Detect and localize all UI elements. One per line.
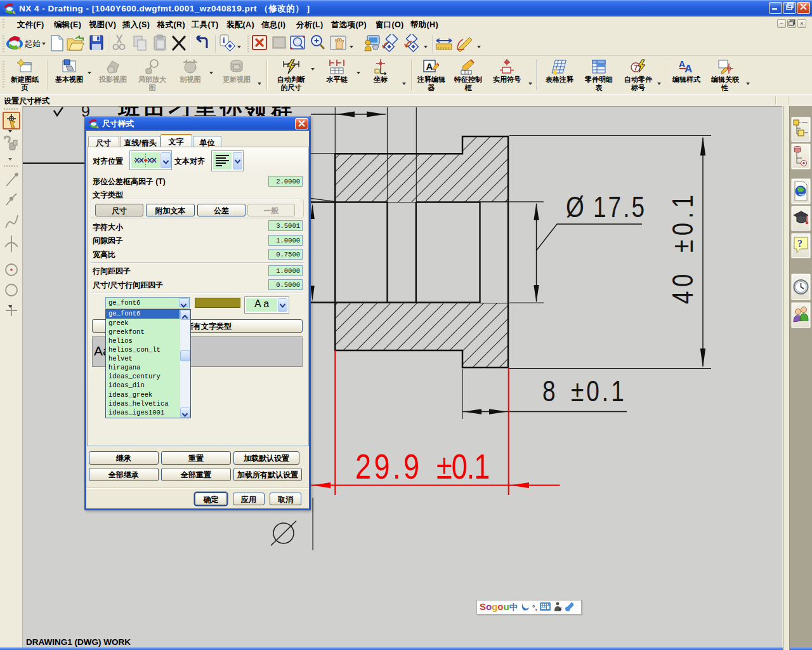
svg-text:29.9: 29.9 (355, 446, 422, 486)
svg-text:±0.1: ±0.1 (571, 375, 627, 408)
svg-text:A: A (426, 61, 433, 72)
svg-text:17.5: 17.5 (593, 190, 646, 223)
svg-text:7: 7 (634, 63, 638, 72)
svg-text:±0.1: ±0.1 (436, 446, 489, 486)
svg-text:8: 8 (542, 375, 556, 408)
svg-text:?: ? (797, 238, 802, 249)
svg-text:40 ±0.1: 40 ±0.1 (666, 190, 699, 304)
svg-text:i: i (223, 36, 225, 45)
svg-text:Ø: Ø (566, 190, 586, 223)
